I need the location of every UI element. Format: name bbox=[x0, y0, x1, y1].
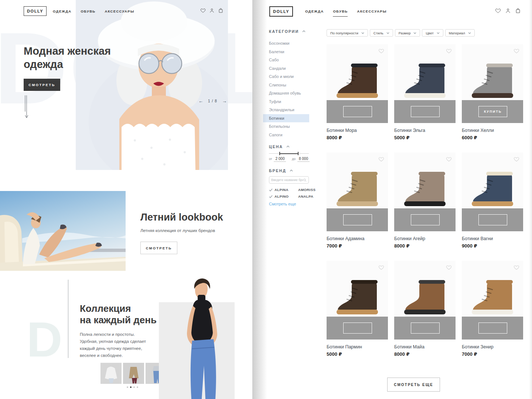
hero-slide-photo[interactable] bbox=[76, 0, 228, 170]
categories-header[interactable]: КАТЕГОРИИ bbox=[269, 29, 306, 34]
product-name[interactable]: Ботинки Хелли bbox=[462, 128, 523, 133]
nav-item[interactable]: АКСЕССУАРЫ bbox=[357, 9, 386, 13]
brand-logo[interactable]: DOLLY bbox=[24, 6, 47, 16]
account-user-icon[interactable] bbox=[209, 8, 215, 13]
slider-dot[interactable] bbox=[130, 386, 132, 388]
nav-item[interactable]: ОБУВЬ bbox=[81, 9, 95, 13]
product-card[interactable]: КУПИТЬ Ботинки Хелли 6000 ₽ bbox=[462, 44, 523, 140]
hero-cta-button[interactable]: СМОТРЕТЬ bbox=[24, 79, 60, 91]
category-item[interactable]: Ботильоны bbox=[269, 122, 309, 131]
category-item[interactable]: Сандали bbox=[269, 64, 309, 73]
thumbnail-white-blouse[interactable] bbox=[100, 363, 122, 384]
product-card[interactable]: Ботинки Майа 8000 ₽ bbox=[394, 261, 456, 357]
product-card[interactable]: Ботинки Агейр 8000 ₽ bbox=[394, 153, 456, 249]
buy-button[interactable] bbox=[343, 214, 372, 225]
filter-chip[interactable]: Материал bbox=[445, 29, 475, 37]
product-name[interactable]: Ботинки Зенир bbox=[462, 344, 523, 349]
nav-item[interactable]: ОДЕЖДА bbox=[305, 9, 324, 13]
thumbnail-coat-burgundy-pants[interactable] bbox=[123, 363, 144, 384]
price-header[interactable]: ЦЕНА bbox=[269, 144, 290, 149]
wishlist-heart-icon[interactable] bbox=[514, 265, 519, 272]
filter-chip[interactable]: По популярности bbox=[327, 29, 368, 37]
category-item[interactable]: Эспандрильи bbox=[269, 106, 309, 114]
show-more-brands-link[interactable]: Смотреть еще bbox=[269, 202, 296, 206]
lookbook-photo[interactable] bbox=[0, 191, 126, 271]
search-icon[interactable] bbox=[303, 178, 307, 182]
buy-button[interactable] bbox=[411, 106, 440, 117]
product-card[interactable]: Ботинки Эльга 5000 ₽ bbox=[394, 44, 456, 140]
account-user-icon[interactable] bbox=[505, 8, 511, 14]
product-name[interactable]: Ботинки Эльга bbox=[394, 128, 456, 133]
filter-chip[interactable]: Размер bbox=[395, 29, 420, 37]
brand-checkbox-item[interactable]: ALPINO bbox=[269, 194, 293, 198]
buy-button[interactable] bbox=[343, 323, 372, 334]
buy-button[interactable] bbox=[478, 214, 507, 225]
brand-checkbox-item[interactable]: AMORISS bbox=[293, 188, 316, 192]
product-name[interactable]: Ботинки Мора bbox=[327, 128, 388, 133]
wishlist-heart-icon[interactable] bbox=[514, 156, 519, 164]
wishlist-heart-icon[interactable] bbox=[446, 48, 452, 55]
nav-item[interactable]: АКСЕССУАРЫ bbox=[105, 9, 134, 13]
product-photo[interactable] bbox=[327, 153, 388, 231]
product-photo[interactable] bbox=[327, 261, 388, 340]
product-photo[interactable]: КУПИТЬ bbox=[462, 44, 523, 123]
buy-button[interactable] bbox=[411, 323, 440, 334]
product-photo[interactable] bbox=[462, 153, 523, 231]
nav-item[interactable]: ОДЕЖДА bbox=[53, 9, 71, 13]
category-item[interactable]: Сабо и мюли bbox=[269, 72, 309, 81]
filter-chip[interactable]: Цвет bbox=[422, 29, 443, 37]
brand-search-input[interactable] bbox=[271, 178, 303, 182]
wishlist-heart-icon[interactable] bbox=[495, 8, 501, 14]
wishlist-heart-icon[interactable] bbox=[446, 265, 452, 272]
prev-slide-arrow-icon[interactable]: ← bbox=[198, 99, 203, 103]
brand-logo[interactable]: DOLLY bbox=[269, 6, 293, 17]
product-card[interactable]: Ботинки Адамина 7000 ₽ bbox=[327, 153, 388, 249]
wishlist-heart-icon[interactable] bbox=[200, 8, 206, 13]
category-item[interactable]: Сабо bbox=[269, 56, 309, 64]
slider-handle-max[interactable] bbox=[298, 152, 299, 155]
next-slide-arrow-icon[interactable]: → bbox=[222, 99, 227, 103]
wishlist-heart-icon[interactable] bbox=[378, 156, 384, 164]
product-card[interactable]: Ботинки Мора 8000 ₽ bbox=[327, 44, 388, 140]
nav-item-active[interactable]: ОБУВЬ bbox=[333, 9, 348, 13]
product-photo[interactable] bbox=[462, 261, 523, 340]
product-card[interactable]: Ботинки Вагни 9000 ₽ bbox=[462, 153, 523, 249]
wishlist-heart-icon[interactable] bbox=[446, 156, 452, 164]
category-item[interactable]: Слипоны bbox=[269, 81, 309, 89]
category-item-active[interactable]: Ботинки bbox=[263, 114, 309, 123]
filter-chip[interactable]: Стиль bbox=[370, 29, 393, 37]
buy-button[interactable] bbox=[411, 214, 440, 225]
product-card[interactable]: Ботинки Зенир 7000 ₽ bbox=[462, 261, 523, 357]
brand-checkbox-item[interactable]: ALPINA bbox=[269, 188, 293, 192]
product-name[interactable]: Ботинки Агейр bbox=[394, 236, 456, 241]
load-more-button[interactable]: СМОТРЕТЬ ЕЩЕ bbox=[387, 378, 440, 392]
product-name[interactable]: Ботинки Адамина bbox=[327, 236, 388, 241]
category-item[interactable]: Сапоги bbox=[269, 131, 309, 139]
cart-bag-icon[interactable] bbox=[218, 8, 224, 13]
product-photo[interactable] bbox=[394, 44, 456, 123]
brand-header[interactable]: БРЕНД bbox=[269, 168, 293, 173]
product-photo[interactable] bbox=[394, 261, 456, 340]
slider-dot[interactable] bbox=[127, 386, 128, 388]
slider-dot[interactable] bbox=[137, 386, 138, 388]
buy-button[interactable] bbox=[343, 106, 372, 117]
product-card[interactable]: Ботинки Пармин 5000 ₽ bbox=[327, 261, 388, 357]
brand-checkbox-item[interactable]: ANALPA bbox=[293, 194, 316, 198]
product-name[interactable]: Ботинки Вагни bbox=[462, 236, 523, 241]
category-item[interactable]: Домашняя обувь bbox=[269, 89, 309, 98]
wishlist-heart-icon[interactable] bbox=[378, 265, 384, 272]
slider-handle-min[interactable] bbox=[279, 152, 280, 155]
product-name[interactable]: Ботинки Пармин bbox=[327, 344, 388, 349]
category-item[interactable]: Балетки bbox=[269, 48, 309, 56]
product-name[interactable]: Ботинки Майа bbox=[394, 344, 456, 349]
buy-button[interactable] bbox=[478, 323, 507, 334]
product-photo[interactable] bbox=[327, 44, 388, 123]
slider-dot[interactable] bbox=[133, 386, 135, 388]
category-item[interactable]: Туфли bbox=[269, 98, 309, 106]
lookbook-cta-button[interactable]: СМОТРЕТЬ bbox=[140, 242, 177, 254]
product-photo[interactable] bbox=[394, 153, 456, 231]
cart-bag-icon[interactable] bbox=[515, 8, 521, 14]
category-item[interactable]: Босоножки bbox=[269, 39, 309, 48]
price-from-value[interactable]: 2 000 bbox=[274, 157, 286, 162]
wishlist-heart-icon[interactable] bbox=[378, 48, 384, 55]
